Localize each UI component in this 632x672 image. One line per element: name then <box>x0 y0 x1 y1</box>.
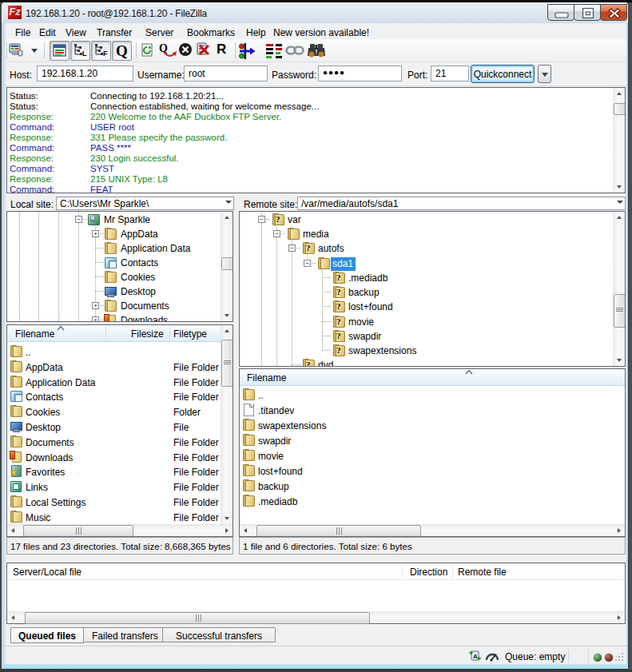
svg-text:A: A <box>473 653 478 660</box>
svg-text:F: F <box>103 50 108 58</box>
svg-text:L: L <box>82 50 87 58</box>
